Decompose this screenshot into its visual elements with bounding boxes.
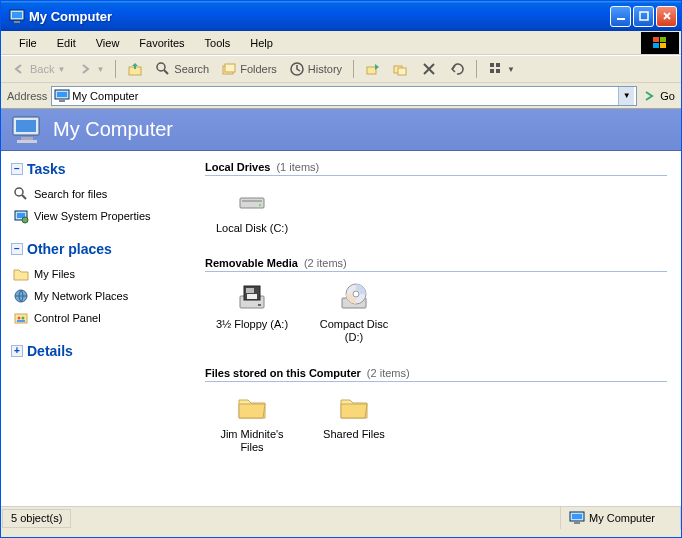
up-button[interactable] [123, 59, 147, 79]
menu-favorites[interactable]: Favorites [129, 34, 194, 52]
folder-item-shared[interactable]: Shared Files [315, 392, 393, 454]
close-button[interactable] [656, 6, 677, 27]
app-icon [9, 8, 25, 24]
search-button[interactable]: Search [151, 59, 213, 79]
sidebar: − Tasks Search for files View System Pro… [1, 151, 191, 506]
svg-rect-3 [617, 18, 625, 20]
group-removable-media: Removable Media (2 items) 3½ Floppy (A:)… [205, 257, 667, 344]
delete-button[interactable] [417, 59, 441, 79]
svg-rect-1 [12, 12, 22, 18]
drive-item-c[interactable]: Local Disk (C:) [213, 186, 291, 235]
address-input-wrap[interactable]: ▼ [51, 86, 637, 106]
history-icon [289, 61, 305, 77]
folder-label: Jim Midnite's Files [213, 428, 291, 454]
network-icon [13, 288, 29, 304]
toolbar: Back ▼ ▼ Search Folders History ▼ [1, 55, 681, 83]
menu-edit[interactable]: Edit [47, 34, 86, 52]
menu-view[interactable]: View [86, 34, 130, 52]
computer-big-icon [11, 114, 43, 146]
move-to-icon [365, 61, 381, 77]
group-title: Files stored on this Computer [205, 367, 361, 379]
svg-line-11 [164, 70, 168, 74]
folder-item-user[interactable]: Jim Midnite's Files [213, 392, 291, 454]
views-button[interactable]: ▼ [484, 59, 519, 79]
svg-rect-28 [17, 140, 37, 143]
sidebar-title-tasks: Tasks [27, 161, 66, 177]
maximize-button[interactable] [633, 6, 654, 27]
search-icon [13, 186, 29, 202]
forward-arrow-icon [77, 61, 93, 77]
sidebar-item-my-files[interactable]: My Files [13, 263, 181, 285]
svg-rect-21 [496, 69, 500, 73]
svg-rect-19 [496, 63, 500, 67]
sidebar-header-details[interactable]: + Details [11, 341, 181, 361]
svg-rect-6 [660, 37, 666, 42]
properties-icon [13, 208, 29, 224]
group-title: Local Drives [205, 161, 270, 173]
back-button[interactable]: Back ▼ [7, 59, 69, 79]
svg-rect-17 [398, 68, 406, 75]
sidebar-item-network-places[interactable]: My Network Places [13, 285, 181, 307]
windows-logo [641, 32, 679, 54]
svg-rect-2 [14, 21, 20, 23]
copy-to-button[interactable] [389, 59, 413, 79]
folder-big-icon [236, 392, 268, 424]
group-count: (1 items) [276, 161, 319, 173]
status-spacer [72, 507, 561, 529]
chevron-down-icon: ▼ [57, 65, 65, 74]
history-label: History [308, 63, 342, 75]
go-button[interactable]: Go [641, 88, 675, 104]
address-dropdown[interactable]: ▼ [618, 87, 634, 105]
delete-icon [421, 61, 437, 77]
svg-rect-45 [247, 294, 257, 299]
sidebar-header-other-places[interactable]: − Other places [11, 239, 181, 259]
svg-rect-24 [59, 100, 65, 102]
header-banner: My Computer [1, 109, 681, 151]
svg-rect-7 [653, 43, 659, 48]
expand-icon: + [11, 345, 23, 357]
window-title: My Computer [29, 9, 610, 24]
drive-item-cd[interactable]: Compact Disc (D:) [315, 282, 393, 344]
svg-rect-5 [653, 37, 659, 42]
drive-label: Local Disk (C:) [213, 222, 291, 235]
main-pane: Local Drives (1 items) Local Disk (C:) R… [191, 151, 681, 506]
move-to-button[interactable] [361, 59, 385, 79]
svg-rect-13 [225, 64, 235, 72]
forward-button[interactable]: ▼ [73, 59, 108, 79]
svg-point-41 [259, 204, 261, 206]
undo-button[interactable] [445, 59, 469, 79]
group-local-drives: Local Drives (1 items) Local Disk (C:) [205, 161, 667, 235]
svg-rect-15 [367, 67, 376, 74]
svg-point-37 [22, 317, 25, 320]
history-button[interactable]: History [285, 59, 346, 79]
sidebar-header-tasks[interactable]: − Tasks [11, 159, 181, 179]
collapse-icon: − [11, 243, 23, 255]
sidebar-item-system-properties[interactable]: View System Properties [13, 205, 181, 227]
search-label: Search [174, 63, 209, 75]
sidebar-item-label: Search for files [34, 188, 107, 200]
sidebar-item-control-panel[interactable]: Control Panel [13, 307, 181, 329]
sidebar-item-search-files[interactable]: Search for files [13, 183, 181, 205]
copy-to-icon [393, 61, 409, 77]
status-object-count: 5 object(s) [2, 509, 71, 528]
svg-rect-18 [490, 63, 494, 67]
address-input[interactable] [72, 90, 618, 102]
folders-label: Folders [240, 63, 277, 75]
drive-item-floppy[interactable]: 3½ Floppy (A:) [213, 282, 291, 344]
menu-file[interactable]: File [9, 34, 47, 52]
menu-tools[interactable]: Tools [195, 34, 241, 52]
status-location-label: My Computer [589, 512, 655, 524]
back-arrow-icon [11, 61, 27, 77]
floppy-icon [236, 282, 268, 314]
folders-button[interactable]: Folders [217, 59, 281, 79]
menubar: File Edit View Favorites Tools Help [1, 31, 681, 55]
banner-title: My Computer [53, 118, 173, 141]
status-location: My Computer [561, 507, 681, 529]
addressbar: Address ▼ Go [1, 83, 681, 109]
minimize-button[interactable] [610, 6, 631, 27]
svg-rect-20 [490, 69, 494, 73]
go-label: Go [660, 90, 675, 102]
group-count: (2 items) [304, 257, 347, 269]
svg-rect-26 [16, 120, 36, 132]
menu-help[interactable]: Help [240, 34, 283, 52]
